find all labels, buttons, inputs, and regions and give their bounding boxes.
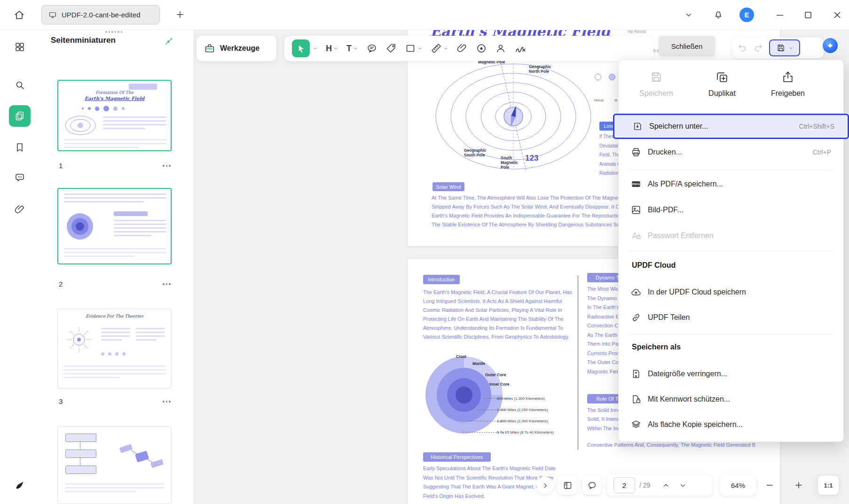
speech-bubble-icon xyxy=(366,43,377,54)
sidebar-item-bookmarks[interactable] xyxy=(9,137,31,158)
quick-save-button[interactable]: Speichern xyxy=(623,70,689,98)
save-split-button[interactable] xyxy=(769,39,800,56)
measure-tool-button[interactable] xyxy=(431,43,448,54)
heading-tool-button[interactable]: H xyxy=(326,44,338,54)
expand-panel-button[interactable] xyxy=(536,477,554,494)
stamp-tool-button[interactable] xyxy=(495,43,506,54)
panel-drag-handle[interactable] xyxy=(105,31,122,33)
core-measurement: 800 Miles (1,300 Kilometers) xyxy=(497,396,545,401)
maximize-button[interactable] xyxy=(802,9,814,21)
sidebar-item-comments[interactable] xyxy=(9,167,31,188)
menu-item-reduce-file-size[interactable]: Dateigröße verringern... xyxy=(619,363,843,385)
menu-item-protect-with-password[interactable]: Mit Kennwort schützen... xyxy=(619,388,843,411)
quick-share-button[interactable]: Freigeben xyxy=(755,70,821,98)
menu-item-remove-password[interactable]: Passwort Entfernen xyxy=(619,225,843,247)
shapes-tool-button[interactable] xyxy=(405,43,423,54)
ai-assistant-button[interactable] xyxy=(823,38,838,53)
thumb-decor xyxy=(82,106,125,111)
sidebar-item-attachments[interactable] xyxy=(9,199,31,220)
attach-file-tool-button[interactable] xyxy=(456,43,468,54)
role-text-line: Convective Patterns And, Consequently, T… xyxy=(587,442,755,448)
save-as-icon xyxy=(632,121,643,132)
legend-circle-icon xyxy=(609,74,615,80)
thumb3-title: Evidence For The Theories xyxy=(58,314,171,318)
loses-text-line: Radiation xyxy=(599,171,619,176)
actual-size-button[interactable]: 1:1 xyxy=(818,476,839,495)
sidebar-item-search[interactable] xyxy=(9,74,31,96)
bell-icon xyxy=(713,8,724,20)
history-save-group xyxy=(732,38,824,58)
page-thumbnail-2[interactable] xyxy=(57,188,172,264)
zoom-in-button[interactable] xyxy=(794,480,804,490)
page-thumbnail-4[interactable] xyxy=(57,426,172,504)
topbar-expand-button[interactable] xyxy=(684,10,693,20)
page-total-label: / 29 xyxy=(639,481,650,489)
close-toolbar-button[interactable]: Schließen xyxy=(659,36,715,56)
home-button[interactable] xyxy=(13,9,25,21)
next-page-button[interactable] xyxy=(679,481,687,489)
zoom-out-button[interactable] xyxy=(764,480,775,490)
introduction-badge: Introduction xyxy=(423,275,460,284)
close-window-button[interactable] xyxy=(832,9,843,21)
pdfa-icon: PDF/A xyxy=(631,179,641,189)
page-layout-button[interactable] xyxy=(558,476,577,495)
page-thumbnail-3[interactable]: Evidence For The Theories xyxy=(57,309,172,388)
chevron-down-icon xyxy=(684,10,693,20)
chevron-down-icon xyxy=(443,46,448,51)
chevron-down-icon xyxy=(417,46,423,51)
quick-duplicate-button[interactable]: Duplikat xyxy=(689,70,755,98)
thumbnail-2-more-button[interactable] xyxy=(161,281,173,287)
introduction-paragraph: The Earth's Magnetic Field, A Crucial Fe… xyxy=(423,288,573,341)
new-tab-button[interactable] xyxy=(175,9,185,20)
select-tool-button[interactable] xyxy=(292,39,318,57)
home-icon xyxy=(13,9,25,21)
comment-tool-button[interactable] xyxy=(366,43,377,54)
cloud-upload-icon xyxy=(631,287,641,297)
page-thumbnail-1[interactable]: Formation Of The Earth's Magnetic Field xyxy=(57,80,172,151)
thumb-decor xyxy=(80,441,80,450)
page-thumbnails-panel: Seitenminiaturen Formation Of The Earth'… xyxy=(39,30,194,504)
zoom-level-button[interactable]: 64% xyxy=(720,475,756,496)
save-icon xyxy=(650,70,663,84)
minimize-button[interactable] xyxy=(774,9,786,21)
svg-text:PDF/A: PDF/A xyxy=(632,183,640,186)
historical-perspectives-badge: Historical Perspectives xyxy=(423,452,491,462)
label-outer-core: Outer Core xyxy=(485,372,506,377)
notifications-button[interactable] xyxy=(713,8,724,20)
sidebar-item-signature-tool[interactable] xyxy=(9,474,31,496)
pin-panel-button[interactable] xyxy=(163,34,174,46)
menu-item-image-pdf[interactable]: Bild-PDF... xyxy=(619,199,843,221)
menu-item-updf-share[interactable]: UPDF Teilen xyxy=(619,306,843,329)
user-avatar[interactable]: E xyxy=(739,8,754,22)
redo-button[interactable] xyxy=(753,43,763,53)
paperclip-icon xyxy=(14,204,25,215)
text-tool-button[interactable]: T xyxy=(346,44,358,54)
chevron-down-icon xyxy=(333,46,338,51)
duplicate-icon xyxy=(715,70,729,84)
menu-item-print[interactable]: Drucken... Ctrl+P xyxy=(619,141,843,163)
thumbnail-3-more-button[interactable] xyxy=(161,399,173,404)
text-annotation-123[interactable]: 123 xyxy=(525,154,538,163)
undo-button[interactable] xyxy=(737,43,747,53)
sidebar-item-apps[interactable] xyxy=(9,36,31,58)
thumb-decor xyxy=(65,450,96,458)
sticker-icon xyxy=(476,43,487,54)
document-tab[interactable]: UPDF-2.0-cant-be-edited xyxy=(41,5,160,24)
label-mantle: Mantle xyxy=(472,361,485,366)
chevron-down-icon xyxy=(788,46,794,51)
tools-menu-button[interactable]: Werkzeuge xyxy=(197,36,276,61)
page-number-input[interactable] xyxy=(613,477,635,493)
dynamo-text-line: The Most Widel xyxy=(587,286,623,292)
signature-tool-button[interactable] xyxy=(514,42,527,54)
menu-item-save-as[interactable]: Speichern unter... Ctrl+Shift+S xyxy=(613,114,849,139)
sticker-tool-button[interactable] xyxy=(476,43,487,54)
tag-tool-button[interactable] xyxy=(385,43,397,54)
comments-toggle-button[interactable] xyxy=(582,476,601,495)
menu-item-save-flattened-copy[interactable]: Als flache Kopie speichern... xyxy=(619,413,843,436)
previous-page-button[interactable] xyxy=(662,481,670,489)
thumbnail-1-more-button[interactable] xyxy=(161,163,173,169)
menu-item-save-pdfa[interactable]: PDF/A Als PDF/A speichern... xyxy=(619,173,843,195)
sidebar-item-page-thumbnails[interactable] xyxy=(9,105,31,127)
link-icon xyxy=(631,312,641,323)
menu-item-save-to-cloud[interactable]: In der UPDF Cloud speichern xyxy=(619,281,843,303)
